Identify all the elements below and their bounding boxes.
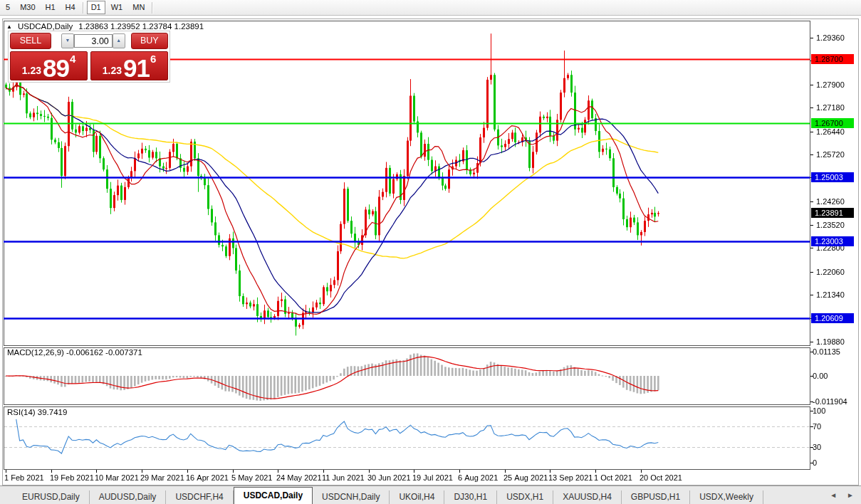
toolbar-separator: [83, 2, 84, 14]
tab-xauusd-h4[interactable]: XAUUSD,H4: [553, 490, 622, 504]
tab-audusd-daily[interactable]: AUDUSD,Daily: [90, 490, 167, 504]
macd-values: -0.006162 -0.007371: [66, 348, 142, 357]
timeframe-m30-button[interactable]: M30: [16, 1, 39, 14]
ask-price-big-digits: 91: [123, 58, 150, 78]
ask-price-pip-digit: 6: [150, 53, 156, 65]
spin-up-icon: ▲: [116, 38, 121, 43]
bid-price-box[interactable]: 1.23 89 4: [10, 51, 88, 80]
tab-ukoil-h4[interactable]: UKOil,H4: [390, 490, 444, 504]
tab-usdcnh-daily[interactable]: USDCNH,Daily: [313, 490, 390, 504]
bid-price-big-digits: 89: [43, 58, 69, 78]
tab-scroll-right-icon[interactable]: ►: [847, 491, 854, 499]
collapse-panel-icon[interactable]: ▲: [6, 23, 12, 30]
chart-ohlc-values: 1.23863 1.23952 1.23784 1.23891: [78, 22, 204, 31]
trading-platform-window: 5 M30 H1 H4 D1 W1 MN ▲ USDCAD,Daily 1.23…: [0, 0, 861, 504]
bid-price-prefix: 1.23: [22, 65, 41, 76]
trade-controls-row: SELL ▼ ▲ BUY: [10, 33, 168, 49]
buy-button[interactable]: BUY: [131, 33, 168, 49]
timeframe-mn-button[interactable]: MN: [128, 1, 149, 14]
tab-usdcad-daily[interactable]: USDCAD,Daily: [234, 487, 313, 504]
symbol-tabbar: EURUSD,Daily AUDUSD,Daily USDCHF,H4 USDC…: [0, 485, 861, 504]
ask-price-prefix: 1.23: [103, 65, 122, 76]
quote-prices-row: 1.23 89 4 1.23 91 6: [10, 51, 168, 80]
rsi-value: 39.7419: [38, 408, 68, 416]
tab-scroll-controls: ◄ ►: [830, 491, 854, 499]
rsi-indicator-label: RSI(14) 39.7419: [7, 408, 67, 416]
tab-dj30-h1[interactable]: DJ30,H1: [444, 490, 497, 504]
timeframe-h1-button[interactable]: H1: [41, 1, 60, 14]
tab-usdx-h1[interactable]: USDX,H1: [497, 490, 553, 504]
bid-price-pip-digit: 4: [70, 53, 75, 65]
tab-gbpusd-h1[interactable]: GBPUSD,H1: [622, 490, 690, 504]
timeframe-m5-button[interactable]: 5: [1, 1, 14, 14]
tab-usdchf-h4[interactable]: USDCHF,H4: [166, 490, 233, 504]
toolbar-separator: [152, 2, 153, 14]
macd-indicator-label: MACD(12,26,9) -0.006162 -0.007371: [7, 348, 142, 357]
volume-decrease-button[interactable]: ▼: [61, 33, 74, 48]
timeframe-h4-button[interactable]: H4: [61, 1, 80, 14]
volume-increase-button[interactable]: ▲: [113, 33, 125, 48]
volume-input[interactable]: [74, 34, 113, 48]
sell-button[interactable]: SELL: [10, 33, 51, 49]
ask-price-box[interactable]: 1.23 91 6: [90, 51, 168, 80]
one-click-trading-panel: SELL ▼ ▲ BUY 1.23 89 4 1.23 91 6: [8, 31, 170, 83]
chart-symbol-label: USDCAD,Daily: [18, 22, 73, 31]
tab-usdx-weekly[interactable]: USDX,Weekly: [690, 490, 763, 504]
tab-scroll-left-icon[interactable]: ◄: [830, 491, 837, 499]
macd-name: MACD(12,26,9): [7, 348, 64, 357]
timeframe-toolbar: 5 M30 H1 H4 D1 W1 MN: [0, 0, 861, 16]
timeframe-d1-button[interactable]: D1: [87, 1, 105, 14]
chart-header: ▲ USDCAD,Daily 1.23863 1.23952 1.23784 1…: [6, 22, 204, 31]
spin-down-icon: ▼: [65, 38, 70, 43]
tab-eurusd-daily[interactable]: EURUSD,Daily: [13, 490, 90, 504]
rsi-name: RSI(14): [7, 408, 36, 416]
timeframe-w1-button[interactable]: W1: [107, 1, 127, 14]
